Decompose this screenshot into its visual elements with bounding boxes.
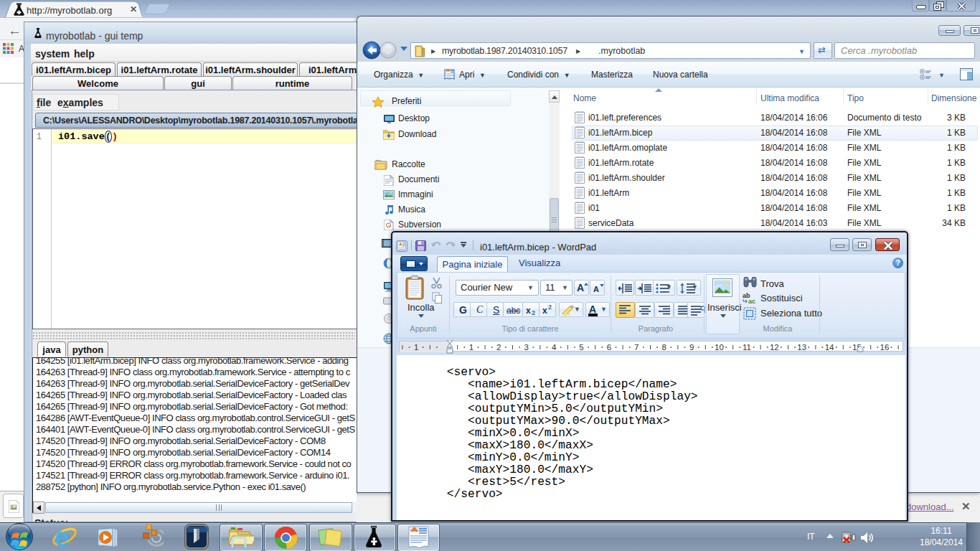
svg-text:7: 7 — [634, 343, 639, 352]
svg-text:9: 9 — [689, 343, 694, 352]
svg-text:16: 16 — [880, 343, 890, 352]
svg-text:2: 2 — [496, 343, 501, 352]
svg-text:11: 11 — [743, 343, 751, 352]
svg-text:14: 14 — [825, 343, 834, 352]
svg-text:10: 10 — [715, 343, 724, 352]
svg-text:e: e — [55, 524, 70, 550]
svg-text:13: 13 — [797, 343, 806, 352]
svg-text:6: 6 — [607, 343, 611, 352]
svg-text:12: 12 — [770, 343, 779, 352]
svg-text:1: 1 — [414, 343, 418, 352]
svg-text:4: 4 — [552, 343, 557, 352]
svg-text:3: 3 — [524, 343, 528, 352]
svg-text:8: 8 — [661, 343, 666, 352]
svg-text:ac: ac — [748, 298, 755, 304]
svg-text:1: 1 — [469, 343, 473, 352]
svg-text:5: 5 — [579, 343, 583, 352]
